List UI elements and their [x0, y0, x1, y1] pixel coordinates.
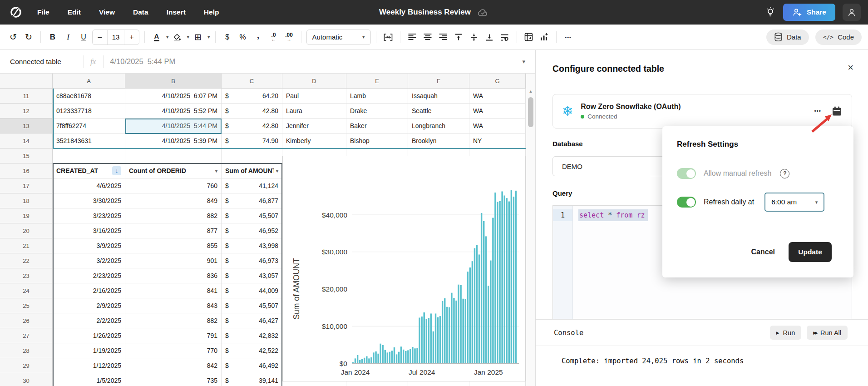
pivot-cell[interactable]: $42,832 — [222, 328, 282, 343]
grid-cell[interactable]: 4/10/2025 5:52 PM — [125, 104, 222, 119]
grid-cell[interactable]: Paul — [282, 89, 346, 104]
increase-decimal-button[interactable]: .00→ — [282, 30, 296, 44]
row-header-22[interactable]: 22 — [0, 253, 53, 268]
data-panel-button[interactable]: Data — [766, 30, 809, 45]
grid-cell[interactable]: Issaquah — [408, 89, 469, 104]
grid-cell[interactable]: Brooklyn — [408, 134, 469, 148]
align-right-icon[interactable] — [436, 30, 450, 44]
pivot-cell[interactable]: $44,009 — [222, 283, 282, 298]
row-header-21[interactable]: 21 — [0, 238, 53, 253]
connection-card[interactable]: ❄ Row Zero Snowflake (OAuth) Connected •… — [552, 94, 852, 129]
document-title[interactable]: Weekly Business Review — [379, 8, 471, 17]
pivot-header-created-at[interactable]: CREATED_AT↓ — [53, 163, 125, 178]
row-header-28[interactable]: 28 — [0, 343, 53, 358]
pivot-cell[interactable]: 882 — [125, 313, 222, 328]
run-button[interactable]: ▶ Run — [770, 326, 802, 340]
pivot-cell[interactable]: 791 — [125, 328, 222, 343]
column-header-B[interactable]: B — [125, 74, 222, 89]
decrease-decimal-button[interactable]: .0← — [267, 30, 281, 44]
menu-help[interactable]: Help — [195, 8, 228, 16]
grid-cell[interactable]: Lamb — [346, 89, 408, 104]
refresh-time-select[interactable]: 6:00 am ▾ — [764, 193, 824, 212]
grid-cell[interactable]: 7f8ff62274 — [53, 119, 125, 134]
pivot-cell[interactable]: 1/5/2025 — [53, 373, 125, 386]
pivot-cell[interactable]: 3/23/2025 — [53, 208, 125, 223]
row-header-13[interactable]: 13 — [0, 119, 53, 134]
merge-cells-icon[interactable] — [381, 30, 395, 44]
sort-desc-icon[interactable]: ↓ — [112, 166, 121, 175]
field-menu-chevron-icon[interactable]: ▾ — [276, 168, 278, 173]
pivot-cell[interactable]: 3/16/2025 — [53, 223, 125, 238]
row-header-12[interactable]: 12 — [0, 104, 53, 119]
align-left-icon[interactable] — [405, 30, 419, 44]
fill-color-button[interactable] — [171, 30, 184, 44]
grid-cell[interactable]: Bishop — [346, 134, 408, 148]
pivot-cell[interactable]: 2/9/2025 — [53, 298, 125, 313]
menu-data[interactable]: Data — [124, 8, 158, 16]
column-header-C[interactable]: C — [222, 74, 282, 89]
undo-icon[interactable]: ↺ — [6, 30, 20, 44]
pivot-cell[interactable]: $46,877 — [222, 193, 282, 208]
query-code-line[interactable]: select * from rz — [578, 209, 648, 221]
connection-more-icon[interactable]: ••• — [814, 108, 821, 114]
row-header-15[interactable]: 15 — [0, 148, 53, 163]
pivot-table-icon[interactable] — [522, 30, 536, 44]
font-size-decrease-button[interactable]: – — [93, 30, 107, 45]
grid-cell[interactable]: $42.80 — [222, 119, 282, 134]
row-header-14[interactable]: 14 — [0, 134, 53, 148]
formula-input[interactable]: 4/10/2025 5:44 PM — [110, 57, 175, 66]
grid-cell[interactable]: WA — [469, 104, 526, 119]
row-header-30[interactable]: 30 — [0, 373, 53, 386]
pivot-cell[interactable]: $39,141 — [222, 373, 282, 386]
grid-corner[interactable] — [0, 74, 53, 89]
grid-cell[interactable]: 0123337718 — [53, 104, 125, 119]
pivot-cell[interactable]: 841 — [125, 283, 222, 298]
scrollbar-thumb[interactable] — [528, 97, 533, 127]
vertical-scrollbar[interactable]: ▲ — [526, 74, 535, 386]
pivot-cell[interactable]: 855 — [125, 238, 222, 253]
fill-color-chevron-icon[interactable]: ▾ — [187, 34, 190, 40]
column-header-D[interactable]: D — [282, 74, 346, 89]
pivot-cell[interactable]: 4/6/2025 — [53, 178, 125, 193]
grid-cell[interactable]: Drake — [346, 104, 408, 119]
menu-view[interactable]: View — [90, 8, 124, 16]
field-menu-chevron-icon[interactable]: ▾ — [215, 168, 217, 173]
redo-icon[interactable]: ↻ — [22, 30, 35, 44]
pivot-cell[interactable]: 836 — [125, 268, 222, 283]
avatar-button[interactable] — [843, 4, 861, 21]
valign-middle-icon[interactable] — [467, 30, 481, 44]
pivot-header-count[interactable]: Count of ORDERID▾ — [125, 163, 222, 178]
pivot-cell[interactable]: 842 — [125, 358, 222, 373]
scroll-up-icon[interactable]: ▲ — [526, 89, 535, 94]
percent-format-button[interactable]: % — [236, 30, 250, 44]
pivot-cell[interactable]: 735 — [125, 373, 222, 386]
pivot-cell[interactable]: $41,124 — [222, 178, 282, 193]
update-button[interactable]: Update — [789, 242, 832, 262]
valign-bottom-icon[interactable] — [483, 30, 496, 44]
currency-format-button[interactable]: $ — [221, 30, 234, 44]
row-header-20[interactable]: 20 — [0, 223, 53, 238]
pivot-cell[interactable]: 877 — [125, 223, 222, 238]
cancel-button[interactable]: Cancel — [751, 248, 775, 256]
grid-cell[interactable] — [222, 148, 282, 163]
row-header-25[interactable]: 25 — [0, 298, 53, 313]
row-header-24[interactable]: 24 — [0, 283, 53, 298]
row-header-26[interactable]: 26 — [0, 313, 53, 328]
pivot-header-sum[interactable]: Sum of AMOUNT▾ — [222, 163, 282, 178]
cell-name-box[interactable]: Connected table — [10, 58, 77, 66]
pivot-cell[interactable]: 882 — [125, 208, 222, 223]
comma-format-button[interactable]: , — [252, 30, 265, 44]
text-wrap-icon[interactable] — [498, 30, 512, 44]
pivot-cell[interactable]: 843 — [125, 298, 222, 313]
row-header-27[interactable]: 27 — [0, 328, 53, 343]
rowzero-logo-icon[interactable] — [9, 5, 23, 19]
grid-cell[interactable]: $42.80 — [222, 104, 282, 119]
text-color-chevron-icon[interactable]: ▾ — [166, 34, 169, 40]
run-all-button[interactable]: ▶▶ Run All — [807, 326, 848, 340]
pivot-cell[interactable]: 3/30/2025 — [53, 193, 125, 208]
bold-button[interactable]: B — [46, 30, 59, 44]
pivot-cell[interactable]: 1/26/2025 — [53, 328, 125, 343]
column-header-E[interactable]: E — [346, 74, 408, 89]
row-header-17[interactable]: 17 — [0, 178, 53, 193]
grid-cell[interactable]: $74.90 — [222, 134, 282, 148]
